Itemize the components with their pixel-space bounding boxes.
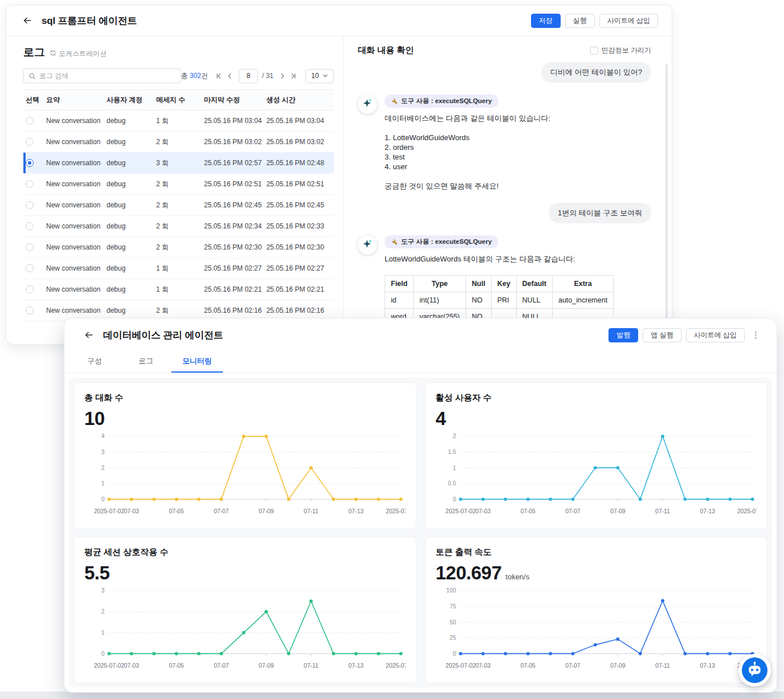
tool-icon: [391, 97, 398, 105]
chart-metric: 10: [84, 408, 406, 430]
next-page-icon[interactable]: [277, 72, 288, 80]
svg-text:3: 3: [101, 587, 105, 594]
cell-created-time: 25.05.16 PM 02:51: [264, 174, 334, 195]
schema-cell: int(11): [414, 292, 466, 309]
search-input[interactable]: [24, 69, 181, 83]
cell-created-time: 25.05.16 PM 03:02: [264, 132, 334, 153]
row-radio[interactable]: [26, 243, 34, 251]
line-chart: 02550751002025-07-0207-0307-0507-0707-09…: [436, 584, 757, 674]
svg-text:75: 75: [450, 603, 456, 609]
publish-button[interactable]: 발행: [609, 328, 638, 342]
cell-account: debug: [104, 174, 154, 195]
kebab-menu-icon[interactable]: ⋮: [749, 330, 763, 340]
chart-title: 평균 세션 상호작용 수: [84, 547, 406, 558]
tab-bar: 구성로그모니터링: [64, 351, 777, 373]
row-radio[interactable]: [26, 159, 34, 167]
tab-monitoring[interactable]: 모니터링: [172, 351, 223, 373]
chat-scrollbar[interactable]: [665, 64, 668, 338]
table-row[interactable]: New conversationdebug3 회25.05.16 PM 02:5…: [23, 153, 334, 174]
cell-message-count: 1 회: [154, 111, 202, 132]
cell-message-count: 2 회: [154, 216, 202, 237]
row-radio[interactable]: [26, 264, 34, 272]
table-row[interactable]: New conversationdebug2 회25.05.16 PM 02:4…: [23, 195, 334, 216]
cell-message-count: 2 회: [154, 132, 202, 153]
svg-text:0: 0: [452, 650, 456, 656]
svg-text:07-07: 07-07: [214, 508, 229, 514]
svg-text:0: 0: [101, 496, 105, 502]
cell-summary: New conversation: [44, 195, 104, 216]
assistant-text-line: 1. LotteWorldGuideWords: [385, 133, 651, 142]
svg-text:2: 2: [101, 608, 105, 615]
table-row[interactable]: New conversationdebug2 회25.05.16 PM 03:0…: [23, 132, 334, 153]
svg-text:25: 25: [450, 635, 456, 641]
prev-page-icon[interactable]: [224, 72, 235, 80]
cell-message-count: 3 회: [154, 153, 202, 174]
assistant-text: LotteWorldGuideWords 테이블의 구조는 다음과 같습니다:: [385, 254, 651, 264]
schema-cell: NULL: [516, 292, 552, 309]
row-radio[interactable]: [26, 180, 34, 188]
assistant-message: 도구 사용 : executeSQLQuery데이터베이스에는 다음과 같은 테…: [358, 95, 651, 191]
svg-text:100: 100: [446, 587, 456, 594]
back-icon[interactable]: [84, 330, 94, 340]
row-radio[interactable]: [26, 138, 34, 146]
save-button[interactable]: 저장: [531, 14, 561, 28]
cell-account: debug: [104, 111, 154, 132]
mask-checkbox[interactable]: [590, 47, 598, 55]
run-app-button[interactable]: 앱 실행: [643, 328, 681, 342]
row-radio[interactable]: [26, 306, 34, 314]
svg-text:2025-07-02: 2025-07-02: [94, 663, 124, 669]
table-row[interactable]: New conversationdebug2 회25.05.16 PM 02:3…: [23, 237, 334, 258]
svg-text:2: 2: [101, 465, 105, 471]
tool-icon: [391, 238, 398, 246]
row-radio[interactable]: [26, 117, 34, 125]
svg-text:1: 1: [452, 465, 456, 471]
row-radio[interactable]: [26, 285, 34, 293]
row-radio-cell: [23, 237, 44, 258]
chatbot-fab-button[interactable]: [738, 654, 771, 686]
tab-configuration[interactable]: 구성: [69, 351, 120, 373]
run-button[interactable]: 실행: [565, 14, 595, 28]
row-radio[interactable]: [26, 201, 34, 209]
cell-summary: New conversation: [44, 174, 104, 195]
page-number-input[interactable]: [239, 69, 258, 83]
logs-section-title: 로그: [23, 45, 45, 60]
table-row[interactable]: New conversationdebug2 회25.05.16 PM 02:5…: [23, 174, 334, 195]
svg-text:2025-07-02: 2025-07-02: [445, 663, 475, 669]
embed-site-button[interactable]: 사이트에 삽입: [599, 14, 658, 28]
log-table-header-row: 선택요약사용자 계정메세지 수마지막 수정생성 시간: [23, 90, 334, 111]
cell-created-time: 25.05.16 PM 02:33: [264, 216, 334, 237]
chat-messages: 디비에 어떤 테이블이 있어?도구 사용 : executeSQLQuery데이…: [358, 58, 660, 333]
metric-unit: token/s: [505, 573, 529, 581]
table-row[interactable]: New conversationdebug1 회25.05.16 PM 02:2…: [23, 258, 334, 279]
user-message-bubble: 디비에 어떤 테이블이 있어?: [541, 62, 651, 83]
conversation-title: 대화 내용 확인: [358, 45, 414, 56]
cell-created-time: 25.05.16 PM 02:21: [264, 279, 334, 300]
assistant-avatar: [358, 235, 377, 255]
embed-site-button[interactable]: 사이트에 삽입: [686, 328, 745, 342]
back-icon[interactable]: [22, 15, 32, 26]
cell-summary: New conversation: [44, 153, 104, 174]
schema-header-row: FieldTypeNullKeyDefaultExtra: [385, 276, 614, 292]
refresh-icon[interactable]: [50, 48, 56, 59]
svg-text:07-05: 07-05: [520, 663, 536, 669]
table-row[interactable]: New conversationdebug1 회25.05.16 PM 02:2…: [23, 279, 334, 300]
table-row[interactable]: New conversationdebug1 회25.05.16 PM 03:0…: [23, 111, 334, 132]
svg-text:2025-07-15: 2025-07-15: [386, 663, 405, 669]
card-avg-session-interactions: 평균 세션 상호작용 수5.501232025-07-0207-0307-050…: [74, 537, 416, 684]
window2-header: 데이터베이스 관리 에이전트 발행 앱 실행 사이트에 삽입 ⋮: [64, 318, 777, 351]
page-size-select[interactable]: 10: [305, 69, 334, 83]
mask-sensitive-toggle[interactable]: 민감정보 가리기: [590, 46, 660, 55]
assistant-text-line: LotteWorldGuideWords 테이블의 구조는 다음과 같습니다:: [385, 254, 651, 264]
svg-text:2025-07-02: 2025-07-02: [94, 508, 124, 514]
last-page-icon[interactable]: [288, 72, 299, 80]
svg-text:07-05: 07-05: [520, 508, 536, 514]
row-radio[interactable]: [26, 222, 34, 230]
svg-text:2025-07-02: 2025-07-02: [445, 508, 475, 514]
cell-account: debug: [104, 195, 154, 216]
tool-badge-label: 도구 사용 : executeSQLQuery: [401, 238, 492, 246]
first-page-icon[interactable]: [214, 72, 224, 80]
tab-logs[interactable]: 로그: [120, 351, 172, 373]
table-row[interactable]: New conversationdebug2 회25.05.16 PM 02:3…: [23, 216, 334, 237]
assistant-message: 도구 사용 : executeSQLQueryLotteWorldGuideWo…: [358, 235, 651, 325]
row-radio-cell: [23, 195, 44, 216]
